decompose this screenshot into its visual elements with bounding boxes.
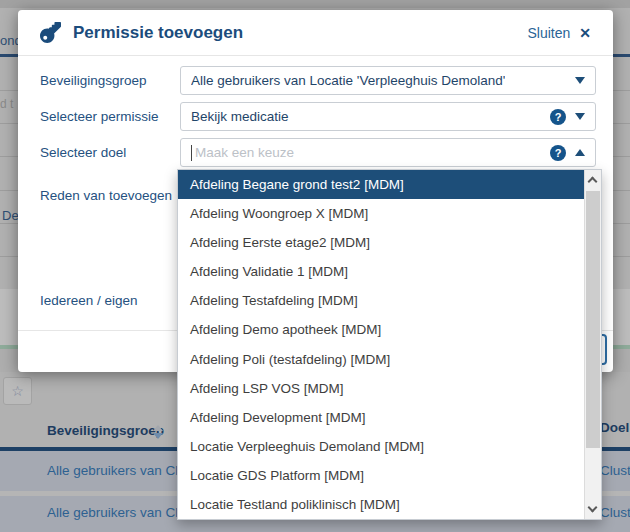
dropdown-option[interactable]: Locatie Testland poliklinisch [MDM]: [178, 490, 584, 519]
backdrop-clipped-text: d t: [0, 97, 13, 111]
help-icon[interactable]: ?: [550, 145, 566, 161]
label-beveiligingsgroep: Beveiligingsgroep: [40, 73, 178, 88]
chevron-down-icon: [575, 113, 585, 120]
dropdown-option[interactable]: Afdeling Poli (testafdeling) [MDM]: [178, 344, 584, 373]
close-icon: ✕: [579, 25, 591, 41]
beveiligingsgroep-select[interactable]: Alle gebruikers van Locatie 'Verpleeghui…: [180, 66, 596, 95]
help-icon[interactable]: ?: [550, 109, 566, 125]
modal-header: Permissie toevoegen Sluiten ✕: [18, 10, 613, 56]
dropdown-option[interactable]: Locatie GDS Platform [MDM]: [178, 461, 584, 490]
dropdown-scrollbar[interactable]: [584, 170, 601, 519]
dropdown-options: Afdeling Begane grond test2 [MDM] Afdeli…: [178, 170, 584, 519]
table-header-doel[interactable]: Doel: [600, 420, 629, 435]
text-cursor: [191, 145, 192, 161]
dropdown-option[interactable]: Afdeling LSP VOS [MDM]: [178, 374, 584, 403]
dropdown-option[interactable]: Afdeling Eerste etage2 [MDM]: [178, 228, 584, 257]
label-selecteer-doel: Selecteer doel: [40, 145, 178, 160]
dropdown-option[interactable]: Afdeling Begane grond test2 [MDM]: [178, 170, 584, 199]
backdrop-clipped-link-text: De: [2, 208, 19, 223]
dropdown-option[interactable]: Afdeling Development [MDM]: [178, 403, 584, 432]
close-button[interactable]: Sluiten ✕: [527, 25, 591, 41]
table-cell-target[interactable]: Cluste: [600, 463, 630, 478]
doel-combobox[interactable]: Maak een keuze ?: [180, 138, 596, 167]
key-icon: [40, 22, 61, 43]
table-cell-group[interactable]: Alle gebruikers van Clu: [47, 463, 186, 478]
dropdown-option[interactable]: Afdeling Woongroep X [MDM]: [178, 199, 584, 228]
star-icon: ☆: [11, 383, 24, 399]
scrollbar-thumb[interactable]: [586, 191, 600, 448]
dropdown-option[interactable]: Afdeling Testafdeling [MDM]: [178, 286, 584, 315]
scroll-up-icon[interactable]: [588, 177, 598, 187]
scroll-down-icon[interactable]: [588, 503, 598, 513]
permissie-value: Bekijk medicatie: [191, 109, 289, 124]
chevron-up-icon: [575, 149, 585, 156]
favorite-filter-button[interactable]: ☆: [3, 377, 32, 405]
label-reden-van-toevoegen: Reden van toevoegen: [40, 188, 178, 203]
doel-placeholder: Maak een keuze: [195, 145, 294, 160]
beveiligingsgroep-value: Alle gebruikers van Locatie 'Verpleeghui…: [191, 73, 505, 88]
close-button-label: Sluiten: [527, 25, 570, 41]
table-cell-target[interactable]: Cluste: [600, 505, 630, 520]
label-selecteer-permissie: Selecteer permissie: [40, 109, 178, 124]
dropdown-option[interactable]: Locatie Verpleeghuis Demoland [MDM]: [178, 432, 584, 461]
backdrop-top-strip: [0, 0, 630, 8]
modal-title: Permissie toevoegen: [73, 23, 527, 43]
dropdown-option[interactable]: Afdeling Validatie 1 [MDM]: [178, 257, 584, 286]
sort-icon[interactable]: [153, 425, 165, 439]
chevron-down-icon: [575, 77, 585, 84]
doel-dropdown-list: Afdeling Begane grond test2 [MDM] Afdeli…: [177, 169, 602, 520]
table-header-beveiligingsgroep[interactable]: Beveiligingsgroep: [47, 423, 164, 438]
label-iedereen-eigen: Iedereen / eigen: [40, 293, 178, 308]
permissie-select[interactable]: Bekijk medicatie ?: [180, 102, 596, 131]
dropdown-option[interactable]: Afdeling Demo apotheek [MDM]: [178, 315, 584, 344]
table-cell-group[interactable]: Alle gebruikers van Clu: [47, 505, 186, 520]
